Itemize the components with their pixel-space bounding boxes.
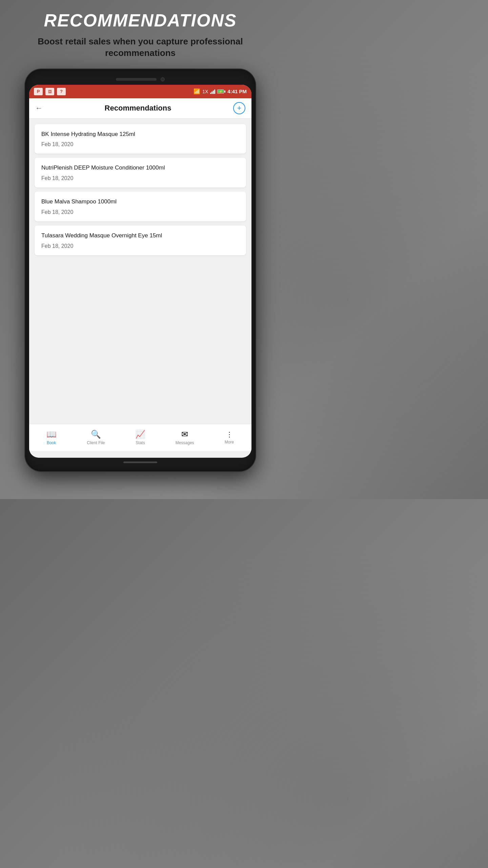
product-date-2: Feb 18, 2020 <box>41 175 239 181</box>
recommendation-card-3[interactable]: Blue Malva Shampoo 1000ml Feb 18, 2020 <box>35 192 246 221</box>
app-icon-img: 🖼 <box>45 88 54 95</box>
page-subtitle: Boost retail sales when you capture prof… <box>0 36 281 59</box>
client-file-icon: 🔍 <box>91 430 101 439</box>
messages-icon: ✉ <box>181 430 188 439</box>
product-date-1: Feb 18, 2020 <box>41 141 239 147</box>
app-header: ← Recommendations + <box>29 98 251 119</box>
nav-item-book[interactable]: 📖 Book <box>29 430 74 445</box>
nav-label-more: More <box>225 440 234 445</box>
status-bar: P 🖼 ? 📶 1X <box>29 85 251 98</box>
product-name-4: Tulasara Wedding Masque Overnight Eye 15… <box>41 232 239 240</box>
wifi-icon: 📶 <box>194 88 200 95</box>
recommendation-card-2[interactable]: NutriPlenish DEEP Moisture Conditioner 1… <box>35 158 246 188</box>
app-icon-p: P <box>34 88 43 95</box>
screen-content: BK Intense Hydrating Masque 125ml Feb 18… <box>29 119 251 424</box>
recommendation-card-1[interactable]: BK Intense Hydrating Masque 125ml Feb 18… <box>35 124 246 154</box>
nav-item-client-file[interactable]: 🔍 Client File <box>74 430 118 445</box>
product-date-3: Feb 18, 2020 <box>41 209 239 215</box>
product-name-2: NutriPlenish DEEP Moisture Conditioner 1… <box>41 164 239 172</box>
more-icon: ⋮ <box>226 430 232 438</box>
product-name-3: Blue Malva Shampoo 1000ml <box>41 198 239 206</box>
bottom-nav: 📖 Book 🔍 Client File 📈 Stats ✉ Messages … <box>29 424 251 451</box>
phone-screen: P 🖼 ? 📶 1X <box>29 85 251 458</box>
signal-text: 1X <box>202 89 208 94</box>
header-title: Recommendations <box>105 104 171 113</box>
nav-label-messages: Messages <box>176 440 194 445</box>
phone-top-bar <box>29 75 251 83</box>
empty-content-area <box>35 259 246 424</box>
phone-frame: P 🖼 ? 📶 1X <box>25 69 256 471</box>
book-icon: 📖 <box>46 430 57 439</box>
nav-label-book: Book <box>47 440 56 445</box>
phone-bottom-bar <box>29 460 251 465</box>
battery-icon: ⚡ <box>217 90 225 94</box>
product-date-4: Feb 18, 2020 <box>41 243 239 249</box>
add-recommendation-button[interactable]: + <box>233 102 245 114</box>
phone-speaker <box>116 78 157 81</box>
status-time: 4:41 PM <box>227 88 247 94</box>
product-name-1: BK Intense Hydrating Masque 125ml <box>41 130 239 138</box>
nav-item-stats[interactable]: 📈 Stats <box>118 430 162 445</box>
nav-label-client-file: Client File <box>87 440 105 445</box>
page-title: RECOMMENDATIONS <box>44 10 237 31</box>
status-bar-left: P 🖼 ? <box>34 88 66 95</box>
stats-icon: 📈 <box>135 430 145 439</box>
signal-bars <box>210 89 215 94</box>
status-bar-right: 📶 1X ⚡ 4:41 PM <box>194 88 247 95</box>
nav-item-more[interactable]: ⋮ More <box>207 430 251 445</box>
nav-item-messages[interactable]: ✉ Messages <box>163 430 207 445</box>
phone-camera <box>161 77 165 81</box>
nav-label-stats: Stats <box>136 440 145 445</box>
home-indicator <box>123 461 157 463</box>
back-button[interactable]: ← <box>35 104 43 113</box>
recommendation-card-4[interactable]: Tulasara Wedding Masque Overnight Eye 15… <box>35 225 246 255</box>
app-icon-q: ? <box>57 88 66 95</box>
